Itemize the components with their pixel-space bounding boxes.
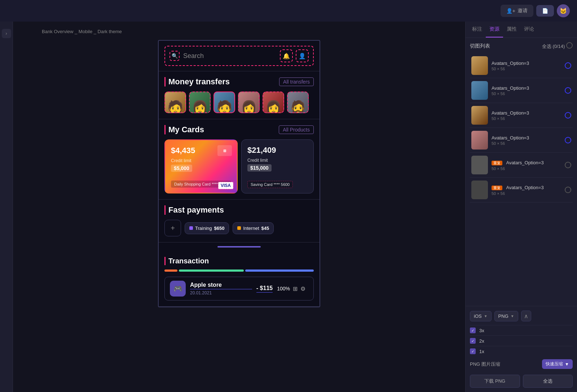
transaction-section: Transaction 🎮 Apple store 20.01.2021 - $… <box>159 251 320 307</box>
avatar-5[interactable]: 👩 <box>263 92 284 113</box>
asset-select-6[interactable] <box>565 187 571 193</box>
asset-size-4: 50 × 56 <box>492 141 561 146</box>
card2-credit-label: Credit limit <box>247 158 308 163</box>
format-row: iOS ▼ PNG ▼ ∧ <box>470 311 573 321</box>
avatar[interactable]: 🐱 <box>557 4 570 17</box>
money-transfers-title: Money transfers <box>164 77 230 86</box>
asset-size-5: 50 × 56 <box>492 166 561 171</box>
user-profile-icon[interactable]: 👤 <box>296 49 309 62</box>
bar-green <box>179 270 244 272</box>
download-png-button[interactable]: 下载 PNG <box>470 375 520 388</box>
compress-arrow: ▼ <box>565 362 569 367</box>
phone-frame: 🔍 Search 🔔 👤 Money transfers All transfe… <box>158 40 320 307</box>
asset-select-5[interactable] <box>565 162 571 168</box>
scale-1x-check[interactable]: ✓ <box>470 348 476 354</box>
expand-button[interactable]: › <box>2 29 11 38</box>
card2-amount: $21,409 <box>247 146 308 155</box>
transaction-amount: - $115 <box>256 285 273 293</box>
invite-button[interactable]: 👤+ 邀请 <box>501 5 533 17</box>
fast-payments-section: Fast payments + Training $650 Internet $… <box>159 200 320 242</box>
asset-info-5: 重复 Avatars_Option=3 50 × 56 <box>492 159 561 171</box>
progress-section <box>159 242 320 251</box>
all-products-link[interactable]: All Products <box>279 125 314 134</box>
compress-select[interactable]: 快速压缩 ▼ <box>542 359 573 369</box>
avatar-3[interactable]: 🧑 <box>213 92 235 113</box>
asset-select-1[interactable] <box>565 62 571 69</box>
select-all-button[interactable]: 全选 <box>523 375 573 388</box>
duplicate-badge-1: 重复 <box>492 161 502 165</box>
scale-2x-check[interactable]: ✓ <box>470 338 476 344</box>
bar-chart <box>164 270 314 272</box>
scale-3x-label: 3x <box>479 328 484 333</box>
resize-icon[interactable]: ⊞ <box>293 285 298 292</box>
notification-bell-icon[interactable]: 🔔 <box>280 49 293 62</box>
asset-select-4[interactable] <box>565 137 571 143</box>
credit-card-2[interactable]: $21,409 Credit limit $15,000 Saving Card… <box>241 139 314 193</box>
collapse-button[interactable]: ∧ <box>521 311 531 321</box>
all-transfers-link[interactable]: All transfers <box>279 77 314 86</box>
tab-annotate[interactable]: 标注 <box>468 22 486 37</box>
search-input[interactable]: Search <box>183 52 280 60</box>
search-section: 🔍 Search 🔔 👤 <box>159 41 320 71</box>
payment-item-training[interactable]: Training $650 <box>185 222 229 234</box>
asset-thumb-5 <box>471 156 488 174</box>
scale-1x-label: 1x <box>479 349 484 354</box>
right-panel-bottom: iOS ▼ PNG ▼ ∧ ✓ 3x ✓ 2x ✓ 1x <box>466 306 577 392</box>
scale-3x-check[interactable]: ✓ <box>470 328 476 333</box>
asset-name-6: Avatars_Option=3 <box>506 185 543 190</box>
avatar-4[interactable]: 👩 <box>238 92 260 113</box>
list-item: Avatars_Option=3 50 × 56 <box>470 78 573 103</box>
asset-size-1: 50 × 56 <box>492 67 561 71</box>
asset-info-1: Avatars_Option=3 50 × 56 <box>492 61 561 71</box>
asset-size-3: 50 × 56 <box>492 116 561 121</box>
add-payment-button[interactable]: + <box>164 220 181 236</box>
format-type-arrow: ▼ <box>511 314 514 318</box>
tab-assets[interactable]: 资源 <box>486 22 503 37</box>
payment-item-internet[interactable]: Internet $45 <box>233 222 274 234</box>
zoom-bar: 100% ⊞ ⚙ <box>277 285 308 292</box>
list-item: 重复 Avatars_Option=3 50 × 56 <box>470 178 573 202</box>
fast-payments-title: Fast payments <box>164 205 224 215</box>
my-cards-header: My Cards All Products <box>164 125 314 134</box>
asset-info-2: Avatars_Option=3 50 × 56 <box>492 85 561 96</box>
internet-amount: $45 <box>261 226 269 231</box>
document-icon: 📄 <box>542 8 548 14</box>
action-buttons: 下载 PNG 全选 <box>470 375 573 388</box>
training-dot <box>189 226 193 230</box>
card1-credit-amount: $5,000 <box>171 165 192 172</box>
internet-dot <box>237 226 241 230</box>
png-compress-label: PNG 图片压缩 <box>470 361 500 368</box>
settings-icon[interactable]: ⚙ <box>300 285 305 292</box>
asset-select-3[interactable] <box>565 112 571 119</box>
list-item: Avatars_Option=3 50 × 56 <box>470 53 573 78</box>
asset-thumb-1 <box>471 56 488 75</box>
tab-properties[interactable]: 属性 <box>503 22 520 37</box>
tab-comments[interactable]: 评论 <box>520 22 538 37</box>
notification-icons: 🔔 👤 <box>280 49 309 62</box>
credit-card-1[interactable]: ⊞ $4,435 Credit limit $5,000 Daily Shopp… <box>164 139 238 193</box>
asset-size-2: 50 × 56 <box>492 92 561 96</box>
canvas-area: Bank Overview _ Mobile _ Dark theme 🔍 Se… <box>13 22 465 392</box>
slice-select-all[interactable]: 全选 (0/14) <box>542 42 573 50</box>
bar-blue <box>245 270 314 272</box>
transaction-title: Transaction <box>164 257 314 265</box>
compress-value: 快速压缩 <box>546 361 563 367</box>
asset-thumb-3 <box>471 106 488 125</box>
transaction-item[interactable]: 🎮 Apple store 20.01.2021 - $115 100% ⊞ ⚙ <box>164 277 314 300</box>
select-all-circle[interactable] <box>566 42 573 49</box>
document-button[interactable]: 📄 <box>536 5 554 17</box>
card-chip-icon: ⊞ <box>217 145 232 156</box>
platform-select[interactable]: iOS ▼ <box>470 311 492 321</box>
asset-select-2[interactable] <box>565 87 571 94</box>
asset-name-4: Avatars_Option=3 <box>492 135 561 141</box>
avatar-6[interactable]: 🧔 <box>287 92 309 113</box>
transaction-info: Apple store 20.01.2021 <box>190 282 252 295</box>
asset-thumb-2 <box>471 81 488 100</box>
asset-name-2: Avatars_Option=3 <box>492 85 561 91</box>
avatar-2[interactable]: 👩 <box>189 92 211 113</box>
asset-info-6: 重复 Avatars_Option=3 50 × 56 <box>492 184 561 196</box>
avatar-1[interactable]: 🧑 <box>164 92 186 113</box>
format-type-select[interactable]: PNG ▼ <box>494 311 518 321</box>
asset-info-3: Avatars_Option=3 50 × 56 <box>492 110 561 121</box>
list-item: 重复 Avatars_Option=3 50 × 56 <box>470 153 573 178</box>
